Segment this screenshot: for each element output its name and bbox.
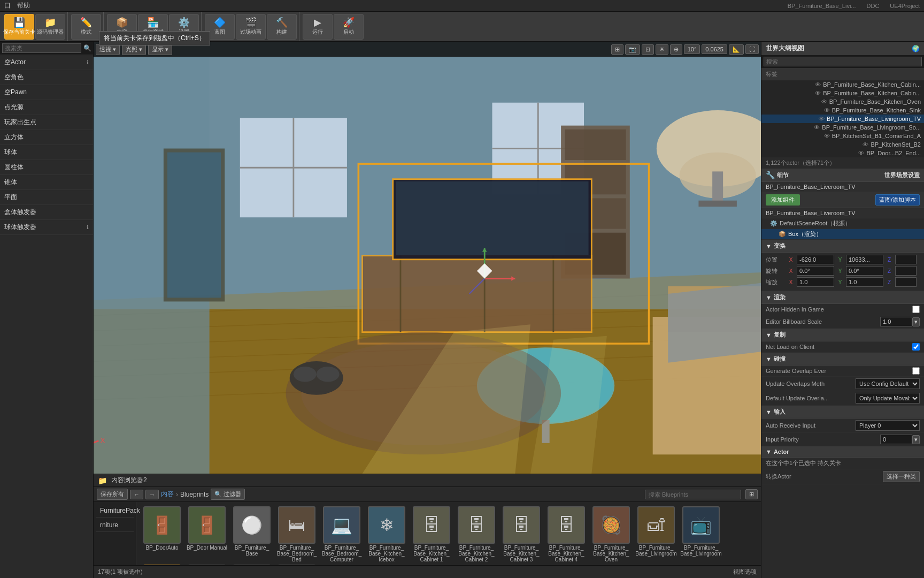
open-blueprint-btn[interactable]: 蓝图/添加脚本: [875, 194, 920, 206]
position-y-input[interactable]: [846, 255, 883, 264]
position-x-input[interactable]: [797, 255, 834, 264]
cb-collapse-btn[interactable]: ⊞: [745, 489, 758, 499]
asset-item-8[interactable]: 🗄BP_Furniture_ Base_Kitchen_ Cabinet 3: [500, 506, 543, 562]
input-priority-input[interactable]: [880, 435, 912, 444]
position-z-input[interactable]: [895, 255, 917, 264]
left-item-pawn[interactable]: 空Pawn: [0, 85, 93, 100]
cb-nav-fwd-btn[interactable]: →: [145, 490, 159, 499]
scale-x-input[interactable]: [797, 277, 834, 287]
asset-item-0[interactable]: 🚪BP_DoorAuto: [141, 506, 183, 562]
left-item-sphere-trigger[interactable]: 球体触发器 ℹ: [0, 220, 93, 235]
toolbar-launch-btn[interactable]: 🚀 启动: [334, 14, 364, 40]
wo-item-4[interactable]: 👁 BP_Furniture_Base_Livingroom_TV: [761, 115, 924, 123]
asset-item-5[interactable]: ❄BP_Furniture_ Base_Kitchen_ Icebox: [365, 506, 408, 562]
asset-item-4[interactable]: 💻BP_Furniture_ Base_Bedroom_ Computer: [320, 506, 363, 562]
collision-section-header[interactable]: ▼ 碰撞: [761, 353, 924, 366]
asset-item-9[interactable]: 🗄BP_Furniture_ Base_Kitchen_ Cabinet 4: [545, 506, 588, 562]
asset-item-3[interactable]: 🛏BP_Furniture_ Base_Bedroom_ Bed: [275, 506, 318, 562]
component-box[interactable]: 📦 Box（渲染）: [761, 229, 924, 240]
rotation-x-input[interactable]: [797, 266, 834, 276]
toolbar-source-btn[interactable]: 📁 源码管理器: [35, 14, 65, 40]
viewport[interactable]: 透视 ▾ 光照 ▾ 显示 ▾ ⊞ 📷 ⊡ ☀ ⊕ 10° 0.0625 📐 ⛶: [94, 42, 761, 474]
transform-section-header[interactable]: ▼ 变换: [761, 240, 924, 253]
wo-item-8[interactable]: 👁 BP_Door...B2_End...: [761, 149, 924, 157]
wo-item-7[interactable]: 👁 BP_KitchenSet_B2: [761, 140, 924, 149]
toolbar-cinematics-btn[interactable]: 🎬 过场动画: [236, 14, 266, 40]
wo-item-3[interactable]: 👁 BP_Furniture_Base_Kitchen_Sink: [761, 106, 924, 115]
details-section-header[interactable]: 🔧 细节 世界场景设置: [761, 169, 924, 182]
billboard-scale-dropdown-btn[interactable]: ▾: [912, 317, 920, 326]
default-overlap-select[interactable]: Only Update Movable: [856, 393, 920, 404]
update-overlaps-select[interactable]: Use Config Default: [856, 378, 920, 389]
billboard-scale-input[interactable]: [880, 317, 912, 326]
vp-target-btn[interactable]: ⊕: [670, 44, 682, 55]
left-item-sphere[interactable]: 球体: [0, 145, 93, 160]
toolbar-save-btn[interactable]: 💾 保存当前关卡: [4, 14, 34, 40]
vp-snap-btn[interactable]: 0.0625: [702, 44, 727, 54]
vp-fullscreen-btn[interactable]: ⛶: [745, 44, 759, 54]
wo-item-0[interactable]: 👁 BP_Furniture_Base_Kitchen_Cabin...: [761, 80, 924, 89]
asset-item-10[interactable]: 🥘BP_Furniture_ Base_Kitchen_ Oven: [590, 506, 633, 562]
world-settings-label[interactable]: 世界场景设置: [884, 171, 920, 179]
rendering-section-header[interactable]: ▼ 渲染: [761, 291, 924, 304]
left-item-empty-actor[interactable]: 空Actor ℹ: [0, 55, 93, 70]
replication-section-header[interactable]: ▼ 复制: [761, 329, 924, 341]
scale-y-input[interactable]: [846, 277, 883, 287]
wo-search-input[interactable]: [764, 57, 922, 66]
vp-angle-btn[interactable]: 10°: [684, 44, 700, 54]
left-item-cube[interactable]: 立方体: [0, 130, 93, 145]
menu-item-help[interactable]: 帮助: [17, 1, 30, 10]
cb-nav-back-btn[interactable]: ←: [130, 490, 143, 499]
wo-item-5[interactable]: 👁 BP_Furniture_Base_Livingroom_So...: [761, 123, 924, 132]
left-item-cone[interactable]: 锥体: [0, 175, 93, 190]
left-item-box-trigger[interactable]: 盒体触发器: [0, 205, 93, 220]
cb-filter-btn[interactable]: 🔍 过滤器: [211, 489, 245, 500]
left-item-empty-char[interactable]: 空角色: [0, 70, 93, 85]
left-search-input[interactable]: [2, 43, 81, 53]
vp-grid-btn[interactable]: ⊞: [611, 44, 623, 55]
wo-item-1[interactable]: 👁 BP_Furniture_Base_Kitchen_Cabin...: [761, 89, 924, 97]
auto-receive-input-select[interactable]: Player 0 Player 1 Disabled: [856, 420, 920, 431]
vp-layout-btn[interactable]: ⊡: [642, 44, 654, 55]
toolbar-run-btn[interactable]: ▶ 运行: [303, 14, 333, 40]
asset-item-6[interactable]: 🗄BP_Furniture_ Base_Kitchen_ Cabinet 1: [410, 506, 453, 562]
cb-breadcrumb-blueprints[interactable]: Blueprints: [180, 491, 209, 498]
net-load-checkbox[interactable]: [912, 343, 920, 351]
generate-overlap-checkbox[interactable]: [912, 367, 920, 375]
toolbar-mode-btn[interactable]: ✏️ 模式: [71, 14, 101, 40]
actor-hidden-checkbox[interactable]: [912, 306, 920, 313]
left-item-plane[interactable]: 平面: [0, 190, 93, 205]
toolbar-build-btn[interactable]: 🔨 构建: [267, 14, 297, 40]
asset-item-16[interactable]: 🚪BP_Sliding Door: [275, 565, 318, 565]
cb-left-item-rniture[interactable]: rniture: [96, 519, 134, 532]
blueprint-edit-btn[interactable]: 蓝图/添加脚本: [803, 194, 920, 206]
input-section-header[interactable]: ▼ 输入: [761, 406, 924, 419]
vp-scale-btn[interactable]: 📐: [729, 44, 744, 55]
asset-item-13[interactable]: 📺BP_Furniture_ Base_Livingroom: [141, 565, 183, 565]
scale-z-input[interactable]: [895, 277, 917, 287]
asset-item-7[interactable]: 🗄BP_Furniture_ Base_Kitchen_ Cabinet 2: [455, 506, 498, 562]
actor-section-header[interactable]: ▼ Actor: [761, 446, 924, 458]
asset-item-2[interactable]: ⚪BP_Furniture_ Base: [230, 506, 273, 562]
asset-item-11[interactable]: 🛋BP_Furniture_ Base_Livingroom: [635, 506, 677, 562]
asset-item-12[interactable]: 📺BP_Furniture_ Base_Livingroom: [680, 506, 722, 562]
cb-left-item-furniture[interactable]: FurniturePack: [96, 504, 134, 518]
vp-sun-btn[interactable]: ☀: [656, 44, 668, 55]
cb-search-input[interactable]: [645, 490, 741, 499]
rotation-y-input[interactable]: [846, 266, 883, 276]
cb-breadcrumb-content[interactable]: 内容: [161, 490, 174, 499]
left-item-point-light[interactable]: 点光源: [0, 100, 93, 115]
add-component-button[interactable]: 添加组件: [766, 194, 800, 206]
component-defaultsceneroot[interactable]: ⚙️ DefaultSceneRoot（根源）: [761, 218, 924, 229]
input-priority-dropdown-btn[interactable]: ▾: [912, 435, 920, 444]
menu-item-window[interactable]: 口: [4, 1, 11, 10]
asset-item-15[interactable]: 🧍BP_Player: [230, 565, 273, 565]
wo-item-2[interactable]: 👁 BP_Furniture_Base_Kitchen_Oven: [761, 97, 924, 106]
cb-save-btn[interactable]: 保存所有: [97, 489, 128, 500]
rotation-z-input[interactable]: [895, 266, 917, 276]
wo-item-6[interactable]: 👁 BP_KitchenSet_B1_CornerEnd_A: [761, 132, 924, 140]
vp-camera-btn[interactable]: 📷: [625, 44, 640, 55]
asset-item-1[interactable]: 🚪BP_Door Manual: [186, 506, 228, 562]
left-item-player-start[interactable]: 玩家出生点: [0, 115, 93, 130]
cb-view-options[interactable]: 视图选项: [733, 568, 757, 576]
